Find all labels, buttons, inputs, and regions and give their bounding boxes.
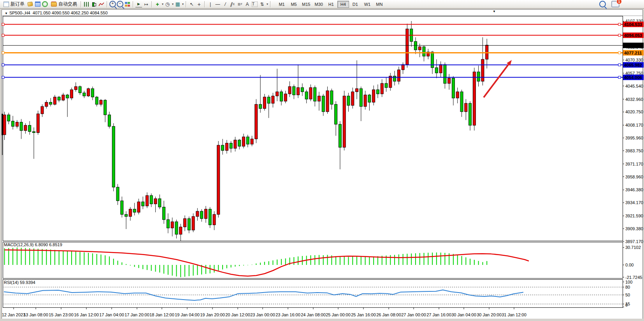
signals-icon[interactable]: [42, 1, 48, 7]
bar-chart-icon[interactable]: [83, 1, 90, 7]
toolbar-right: 1: [599, 1, 643, 7]
timeframe-mn-button[interactable]: MN: [374, 1, 385, 8]
timeframe-d1-button[interactable]: D1: [349, 1, 361, 8]
timeframe-h1-button[interactable]: H1: [325, 1, 337, 8]
svg-text:3897.170: 3897.170: [625, 239, 643, 244]
new-order-icon: [4, 2, 9, 7]
chevron-down-icon[interactable]: ▾: [162, 2, 163, 6]
svg-text:0.00: 0.00: [625, 263, 633, 267]
channel-icon[interactable]: ∥E: [229, 1, 236, 7]
svg-text:4032.960: 4032.960: [625, 97, 643, 102]
horizontal-line-icon[interactable]: —: [214, 1, 221, 7]
svg-text:80: 80: [625, 285, 630, 289]
trendline-icon[interactable]: /: [222, 1, 228, 7]
add-indicator-icon[interactable]: +: [154, 1, 161, 7]
svg-text:100: 100: [625, 280, 632, 284]
zoom-in-icon[interactable]: +: [109, 1, 116, 7]
separator: [186, 1, 186, 7]
auto-trading-button[interactable]: 自动交易: [49, 1, 79, 8]
svg-text:17 Jan 20:00: 17 Jan 20:00: [125, 312, 149, 317]
svg-text:0: 0: [625, 303, 628, 307]
chart-shift-icon[interactable]: ↦: [143, 1, 149, 7]
window-menu-caret-icon[interactable]: ▼: [493, 10, 496, 13]
svg-text:4008.170: 4008.170: [625, 123, 643, 127]
svg-text:27 Jan 00:00: 27 Jan 00:00: [401, 312, 426, 317]
notifications-icon[interactable]: 1: [611, 1, 619, 7]
svg-text:19 Jan 04:00: 19 Jan 04:00: [175, 312, 200, 317]
svg-text:12 Jan 2023: 12 Jan 2023: [2, 312, 26, 317]
macd-pane[interactable]: [3, 242, 623, 278]
svg-text:3921.590: 3921.590: [625, 213, 643, 218]
zoom-out-icon[interactable]: −: [117, 1, 123, 7]
svg-text:23 Jan 16:00: 23 Jan 16:00: [275, 312, 300, 317]
svg-text:25 Jan 00:00: 25 Jan 00:00: [326, 312, 351, 317]
svg-text:4077.211: 4077.211: [624, 51, 642, 55]
timeframe-m30-button[interactable]: M30: [312, 1, 325, 8]
chart-symbol-period: SP500-,H4: [9, 11, 30, 15]
collapse-triangle-icon[interactable]: ▼: [5, 12, 8, 15]
svg-text:16 Jan 12:00: 16 Jan 12:00: [74, 312, 99, 317]
timeframe-h4-button[interactable]: H4: [337, 1, 349, 8]
chart-window-icon[interactable]: [27, 1, 33, 7]
timeframe-m5-button[interactable]: M5: [288, 1, 300, 8]
svg-text:4094.053: 4094.053: [624, 33, 642, 38]
svg-text:20 Jan 12:00: 20 Jan 12:00: [225, 312, 250, 317]
macd-indicator-label: MACD(12,26,9) 6.8090 6.8519: [4, 242, 62, 247]
vertical-line-icon[interactable]: |: [207, 1, 214, 7]
new-order-button[interactable]: 新订单: [1, 1, 26, 8]
partial-candle: [2, 114, 3, 135]
svg-text:19 Jan 20:00: 19 Jan 20:00: [200, 312, 225, 317]
svg-text:17 Jan 04:00: 17 Jan 04:00: [99, 312, 124, 317]
auto-trading-icon: [51, 2, 57, 7]
svg-text:18 Jan 12:00: 18 Jan 12:00: [149, 312, 174, 317]
svg-text:4104.533: 4104.533: [624, 22, 642, 27]
timeframe-group: M1M5M15M30H1H4D1W1MN: [276, 1, 385, 8]
svg-text:31 Jan 12:00: 31 Jan 12:00: [502, 312, 526, 317]
svg-text:50: 50: [625, 293, 630, 297]
timeframe-w1-button[interactable]: W1: [361, 1, 373, 8]
timeframe-m15-button[interactable]: M15: [300, 1, 312, 8]
svg-text:4020.750: 4020.750: [625, 109, 643, 114]
candlestick-chart-icon[interactable]: [91, 1, 97, 7]
crosshair-icon[interactable]: +: [196, 1, 202, 7]
text-icon[interactable]: A: [244, 1, 251, 7]
separator: [107, 1, 107, 7]
price-pane[interactable]: [3, 16, 623, 241]
svg-text:24 Jan 08:00: 24 Jan 08:00: [301, 312, 326, 317]
tile-windows-icon[interactable]: [124, 1, 131, 7]
periods-clock-icon[interactable]: ◷: [164, 1, 171, 7]
search-icon[interactable]: [599, 1, 606, 7]
svg-text:13 Jan 08:00: 13 Jan 08:00: [23, 312, 48, 317]
auto-trading-label: 自动交易: [58, 1, 77, 7]
chart-title: ▼SP500-,H4 4071.050 4090.550 4062.250 40…: [5, 11, 108, 15]
svg-text:27 Jan 16:00: 27 Jan 16:00: [426, 312, 451, 317]
rsi-pane[interactable]: [3, 279, 623, 307]
separator: [151, 1, 152, 7]
chevron-down-icon[interactable]: ▾: [182, 2, 184, 6]
svg-text:3995.960: 3995.960: [625, 136, 643, 140]
svg-text:4070.330: 4070.330: [625, 58, 643, 62]
text-label-icon[interactable]: T: [251, 1, 258, 7]
line-chart-icon[interactable]: [98, 1, 105, 7]
svg-text:4084.550: 4084.550: [624, 43, 642, 48]
cursor-icon[interactable]: ↖: [188, 1, 195, 7]
arrows-icon[interactable]: ⇅: [259, 1, 265, 7]
chart-ohlc-values: 4071.050 4090.550 4062.250 4084.550: [33, 11, 108, 15]
market-watch-icon[interactable]: [34, 1, 41, 7]
chevron-down-icon[interactable]: ▾: [172, 2, 174, 6]
separator: [133, 1, 133, 7]
svg-text:23 Jan 00:00: 23 Jan 00:00: [250, 312, 275, 317]
toolbar: 新订单 自动交易 + − ▶ ↦ +▾ ◷▾ ▦▾ ↖ + | — / ∥E ≡…: [0, 0, 644, 9]
svg-text:3909.380: 3909.380: [625, 226, 643, 231]
svg-text:-21.7245: -21.7245: [625, 275, 642, 280]
chart-canvas[interactable]: 4107.3304082.5404070.3304057.7504045.540…: [0, 0, 644, 321]
svg-text:3971.170: 3971.170: [625, 162, 643, 166]
auto-scroll-icon[interactable]: ▶: [135, 1, 142, 7]
templates-icon[interactable]: ▦: [174, 1, 181, 7]
chevron-down-icon[interactable]: ▾: [267, 2, 268, 6]
fibonacci-icon[interactable]: ≡F: [237, 1, 243, 7]
svg-text:4065.982: 4065.982: [624, 63, 642, 67]
timeframe-m1-button[interactable]: M1: [276, 1, 288, 8]
svg-text:25 Jan 16:00: 25 Jan 16:00: [351, 312, 376, 317]
separator: [270, 1, 271, 7]
